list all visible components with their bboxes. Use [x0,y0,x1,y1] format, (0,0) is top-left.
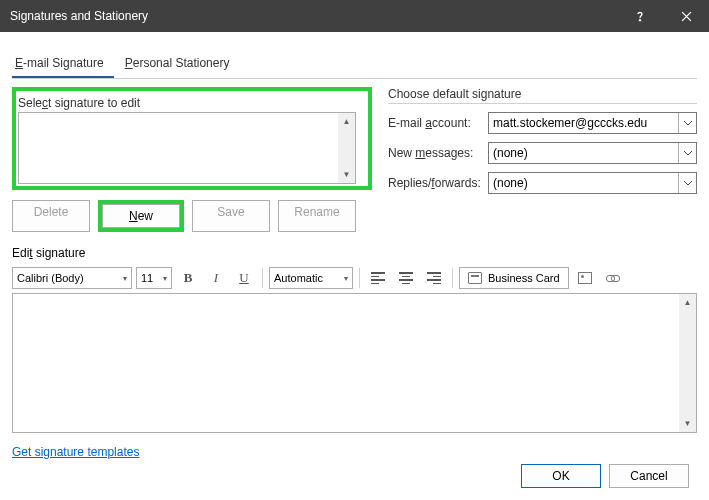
chevron-down-icon: ▾ [119,274,127,283]
font-size-combo[interactable]: 11 ▾ [136,267,172,289]
italic-button[interactable]: I [204,267,228,289]
replies-forwards-label: Replies/forwards: [388,176,488,190]
title-bar: Signatures and Stationery [0,0,709,32]
chevron-down-icon [678,173,696,193]
chevron-down-icon: ▾ [340,274,348,283]
scroll-down-icon[interactable]: ▼ [338,166,355,183]
new-messages-value: (none) [493,146,528,160]
picture-icon [578,272,592,284]
editor-scrollbar[interactable]: ▲ ▼ [679,294,696,432]
business-card-label: Business Card [488,272,560,284]
align-center-icon [399,272,413,284]
edit-signature-label: Edit signature [12,246,85,260]
font-family-combo[interactable]: Calibri (Body) ▾ [12,267,132,289]
chevron-down-icon [678,113,696,133]
delete-button[interactable]: Delete [12,200,90,232]
cancel-button[interactable]: Cancel [609,464,689,488]
select-signature-label: Select signature to edit [18,96,140,110]
signature-editor[interactable]: ▲ ▼ [12,293,697,433]
rename-button[interactable]: Rename [278,200,356,232]
highlight-new-button: New [98,200,184,232]
chevron-down-icon: ▾ [159,274,167,283]
highlight-select-signature: Select signature to edit ▲ ▼ [12,87,372,190]
align-right-icon [427,272,441,284]
default-signature-group-label: Choose default signature [388,87,697,104]
ok-button[interactable]: OK [521,464,601,488]
insert-picture-button[interactable] [573,267,597,289]
editor-toolbar: Calibri (Body) ▾ 11 ▾ B I U Automatic ▾ … [12,267,697,289]
underline-button[interactable]: U [232,267,256,289]
insert-hyperlink-button[interactable] [601,267,625,289]
close-button[interactable] [663,0,709,32]
listbox-scrollbar[interactable]: ▲ ▼ [338,113,355,183]
toolbar-separator [262,268,263,288]
replies-forwards-combo[interactable]: (none) [488,172,697,194]
font-color-value: Automatic [274,272,323,284]
new-messages-label: New messages: [388,146,488,160]
toolbar-separator [359,268,360,288]
business-card-icon [468,272,482,284]
window-title: Signatures and Stationery [0,9,617,23]
scroll-down-icon[interactable]: ▼ [679,415,696,432]
tab-row: E-mail Signature Personal Stationery [12,50,697,79]
hyperlink-icon [606,273,620,283]
save-button[interactable]: Save [192,200,270,232]
email-account-label: E-mail account: [388,116,488,130]
email-account-combo[interactable]: matt.stockemer@gcccks.edu [488,112,697,134]
scroll-up-icon[interactable]: ▲ [338,113,355,130]
align-right-button[interactable] [422,267,446,289]
font-color-combo[interactable]: Automatic ▾ [269,267,353,289]
align-left-icon [371,272,385,284]
business-card-button[interactable]: Business Card [459,267,569,289]
align-center-button[interactable] [394,267,418,289]
font-size-value: 11 [141,272,153,284]
bold-button[interactable]: B [176,267,200,289]
font-family-value: Calibri (Body) [17,272,84,284]
align-left-button[interactable] [366,267,390,289]
replies-forwards-value: (none) [493,176,528,190]
signature-listbox[interactable]: ▲ ▼ [18,112,356,184]
tab-email-signature[interactable]: E-mail Signature [12,50,114,78]
get-templates-link[interactable]: Get signature templates [12,445,139,459]
tab-personal-stationery[interactable]: Personal Stationery [122,50,240,78]
chevron-down-icon [678,143,696,163]
new-messages-combo[interactable]: (none) [488,142,697,164]
toolbar-separator [452,268,453,288]
svg-point-0 [639,20,641,22]
scroll-up-icon[interactable]: ▲ [679,294,696,311]
new-button[interactable]: New [102,204,180,228]
help-button[interactable] [617,0,663,32]
email-account-value: matt.stockemer@gcccks.edu [493,116,647,130]
